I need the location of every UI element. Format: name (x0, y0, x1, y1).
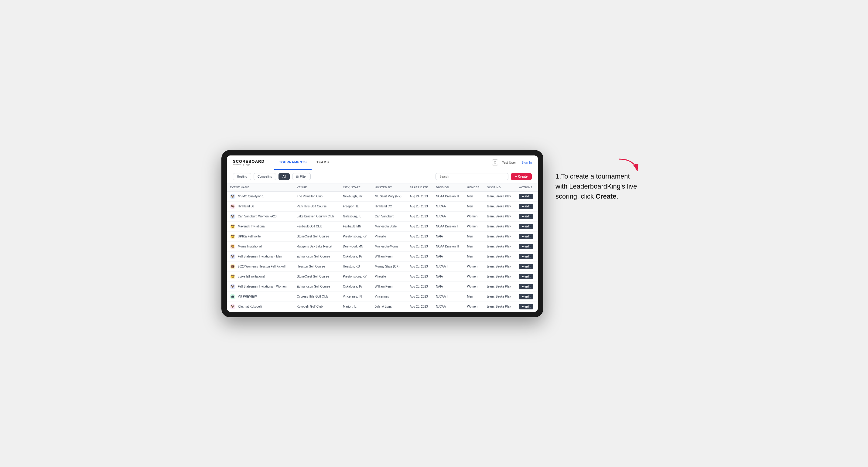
edit-button-1[interactable]: ✏ Edit (519, 204, 534, 209)
filter-hosting-button[interactable]: Hosting (233, 173, 251, 180)
edit-button-4[interactable]: ✏ Edit (519, 234, 534, 239)
edit-button-6[interactable]: ✏ Edit (519, 254, 534, 259)
cell-date-9: Aug 28, 2023 (407, 281, 433, 291)
cell-hosted-2: Carl Sandburg (372, 211, 407, 221)
cell-actions-6: ✏ Edit (516, 251, 538, 261)
cell-event-name-1: 🦬 Highland 36 (227, 201, 294, 211)
cell-scoring-6: team, Stroke Play (484, 251, 516, 261)
cell-event-name-6: 🦅 Fall Statesmen Invitational - Men (227, 251, 294, 261)
cell-scoring-11: team, Stroke Play (484, 302, 516, 312)
annotation-text: 1.To create a tournament with Leaderboar… (556, 171, 641, 201)
cell-event-name-0: 🦅 MSMC Qualifying 1 (227, 191, 294, 201)
cell-date-3: Aug 28, 2023 (407, 221, 433, 231)
table-row: 🦅 MSMC Qualifying 1 The Powelton Club Ne… (227, 191, 538, 201)
edit-button-0[interactable]: ✏ Edit (519, 194, 534, 199)
cell-gender-5: Men (464, 241, 484, 251)
col-actions: ACTIONS (516, 183, 538, 192)
edit-button-10[interactable]: ✏ Edit (519, 294, 534, 300)
edit-button-3[interactable]: ✏ Edit (519, 224, 534, 229)
search-input[interactable] (436, 173, 508, 180)
cell-hosted-11: John A Logan (372, 302, 407, 312)
cell-gender-9: Women (464, 281, 484, 291)
event-icon-5: 🦁 (230, 244, 236, 249)
cell-venue-7: Hesston Golf Course (294, 261, 340, 272)
edit-button-2[interactable]: ✏ Edit (519, 214, 534, 219)
cell-gender-2: Women (464, 211, 484, 221)
col-event-name: EVENT NAME (227, 183, 294, 192)
event-icon-1: 🦬 (230, 204, 236, 209)
tablet-screen: SCOREBOARD Powered by Clippi TOURNAMENTS… (227, 155, 538, 312)
cell-event-name-10: 🏔 VU PREVIEW (227, 291, 294, 302)
edit-button-11[interactable]: ✏ Edit (519, 304, 534, 309)
cell-date-4: Aug 28, 2023 (407, 231, 433, 241)
col-venue: VENUE (294, 183, 340, 192)
edit-button-9[interactable]: ✏ Edit (519, 284, 534, 289)
cell-scoring-2: team, Stroke Play (484, 211, 516, 221)
cell-city-4: Prestonsburg, KY (340, 231, 372, 241)
cell-venue-5: Ruttger's Bay Lake Resort (294, 241, 340, 251)
filter-icon: ⊟ (296, 175, 299, 178)
event-name-text-4: UPIKE Fall Invite (238, 235, 261, 238)
tab-teams[interactable]: TEAMS (312, 155, 334, 170)
event-name-text-11: Klash at Kokopelli (238, 305, 262, 308)
cell-actions-0: ✏ Edit (516, 191, 538, 201)
edit-button-5[interactable]: ✏ Edit (519, 244, 534, 249)
cell-division-5: NCAA Division III (433, 241, 464, 251)
event-name-text-0: MSMC Qualifying 1 (238, 195, 264, 198)
cell-venue-10: Cypress Hills Golf Club (294, 291, 340, 302)
table-row: 🦁 Morris Invitational Ruttger's Bay Lake… (227, 241, 538, 251)
col-gender: GENDER (464, 183, 484, 192)
cell-division-7: NJCAA II (433, 261, 464, 272)
search-box (436, 173, 508, 180)
cell-gender-3: Women (464, 221, 484, 231)
cell-gender-6: Men (464, 251, 484, 261)
event-name-text-10: VU PREVIEW (238, 295, 257, 298)
cell-gender-4: Men (464, 231, 484, 241)
cell-scoring-10: team, Stroke Play (484, 291, 516, 302)
tablet-device: SCOREBOARD Powered by Clippi TOURNAMENTS… (221, 150, 543, 317)
cell-venue-2: Lake Bracken Country Club (294, 211, 340, 221)
filter-all-button[interactable]: All (279, 173, 290, 180)
cell-hosted-9: William Penn (372, 281, 407, 291)
cell-division-1: NJCAA I (433, 201, 464, 211)
cell-scoring-7: team, Stroke Play (484, 261, 516, 272)
sign-in-link[interactable]: | Sign In (520, 161, 532, 164)
cell-date-2: Aug 26, 2023 (407, 211, 433, 221)
nav-tabs: TOURNAMENTS TEAMS (274, 155, 334, 170)
cell-date-10: Aug 28, 2023 (407, 291, 433, 302)
create-button[interactable]: + Create (511, 173, 532, 180)
cell-city-8: Prestonsburg, KY (340, 272, 372, 281)
edit-button-7[interactable]: ✏ Edit (519, 264, 534, 269)
event-icon-9: 🦅 (230, 284, 236, 289)
event-icon-11: 🦅 (230, 304, 236, 309)
cell-actions-9: ✏ Edit (516, 281, 538, 291)
cell-division-2: NJCAA I (433, 211, 464, 221)
edit-button-8[interactable]: ✏ Edit (519, 274, 534, 279)
event-icon-10: 🏔 (230, 294, 236, 300)
annotation-panel: 1.To create a tournament with Leaderboar… (550, 150, 647, 207)
cell-event-name-3: 🤠 Maverick Invitational (227, 221, 294, 231)
cell-gender-1: Men (464, 201, 484, 211)
event-icon-6: 🦅 (230, 254, 236, 259)
cell-scoring-9: team, Stroke Play (484, 281, 516, 291)
tournaments-table: EVENT NAME VENUE CITY, STATE HOSTED BY S… (227, 183, 538, 312)
cell-city-0: Newburgh, NY (340, 191, 372, 201)
col-division: DIVISION (433, 183, 464, 192)
tab-tournaments[interactable]: TOURNAMENTS (274, 155, 312, 170)
event-name-text-5: Morris Invitational (238, 245, 261, 248)
settings-icon[interactable]: ⚙ (492, 159, 498, 165)
brand-logo: SCOREBOARD Powered by Clippi (233, 159, 265, 165)
cell-actions-5: ✏ Edit (516, 241, 538, 251)
cell-date-0: Aug 24, 2023 (407, 191, 433, 201)
cell-hosted-8: Pikeville (372, 272, 407, 281)
cell-venue-3: Faribault Golf Club (294, 221, 340, 231)
cell-event-name-5: 🦁 Morris Invitational (227, 241, 294, 251)
cell-division-3: NCAA Division II (433, 221, 464, 231)
filter-competing-button[interactable]: Competing (254, 173, 276, 180)
cell-gender-11: Women (464, 302, 484, 312)
table-row: 🦬 Highland 36 Park Hills Golf Course Fre… (227, 201, 538, 211)
filter-button[interactable]: ⊟ Filter (292, 173, 310, 180)
toolbar: Hosting Competing All ⊟ Filter + Create (227, 170, 538, 183)
event-icon-7: 🐻 (230, 264, 236, 269)
table-row: 🦅 Klash at Kokopelli Kokopelli Golf Club… (227, 302, 538, 312)
